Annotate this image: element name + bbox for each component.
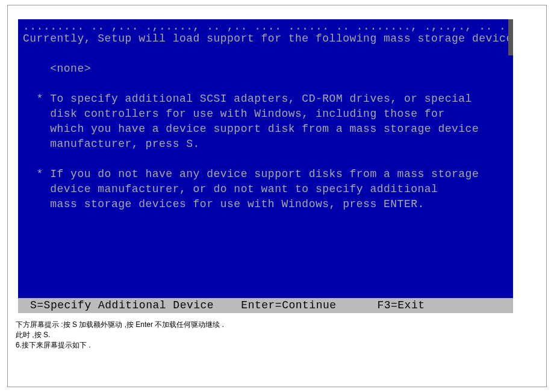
setup-line: Currently, Setup will load support for t… (18, 31, 513, 46)
cutoff-text: ......... .. ,... .,....., .. ,.. .... .… (18, 19, 513, 31)
bullet-line: * To specify additional SCSI adapters, C… (18, 92, 513, 107)
caption-line-1: 下方屏幕提示 :按 S 加载额外驱动 ,按 Enter 不加载任何驱动继续 . (16, 320, 224, 330)
bullet-line: device manufacturer, or do not want to s… (18, 182, 513, 197)
scrollbar-indicator (508, 19, 513, 55)
none-line: <none> (18, 61, 513, 76)
blank-line (18, 152, 513, 167)
bullet-line: * If you do not have any device support … (18, 167, 513, 182)
windows-setup-screen: ......... .. ,... .,....., .. ,.. .... .… (18, 19, 513, 313)
bullet-line: mass storage devices for use with Window… (18, 197, 513, 212)
bullet-line: disk controllers for use with Windows, i… (18, 107, 513, 122)
bullet-line: manufacturer, press S. (18, 137, 513, 152)
setup-status-bar: S=Specify Additional Device Enter=Contin… (18, 298, 513, 313)
blank-line (18, 46, 513, 61)
setup-text-content: ......... .. ,... .,....., .. ,.. .... .… (18, 19, 513, 212)
blank-line (18, 76, 513, 92)
caption-line-2: 此时 ,按 S. (16, 330, 50, 340)
bullet-line: which you have a device support disk fro… (18, 122, 513, 137)
caption-line-3: 6.接下来屏幕提示如下 . (16, 340, 91, 350)
